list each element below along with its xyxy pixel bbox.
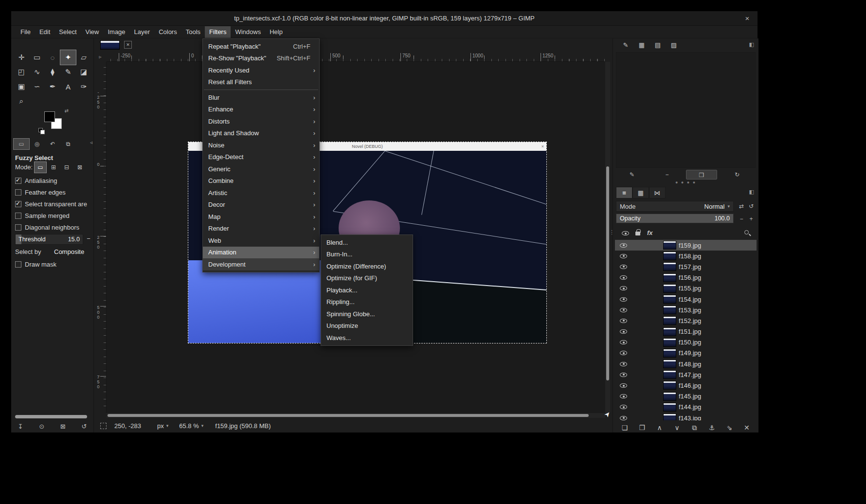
menubar-item[interactable]: Tools [181, 26, 205, 38]
tool-preset-button[interactable]: ↧ [15, 422, 26, 432]
unit-dropdown[interactable]: px ▾ [157, 422, 168, 430]
menu-item[interactable]: Repeat "Playback" Ctrl+F › [203, 40, 319, 53]
menu-item[interactable]: Rippling... [321, 296, 413, 308]
visibility-eye-icon[interactable] [620, 254, 627, 258]
menu-item[interactable]: Waves... [321, 332, 413, 344]
layer-action-button[interactable]: ❐ [636, 422, 648, 432]
tool-button[interactable]: ✎ [60, 65, 76, 79]
tool-button[interactable]: ∿ [29, 65, 45, 79]
foreground-color-swatch[interactable] [44, 111, 55, 122]
layer-action-button[interactable]: ∨ [671, 422, 683, 432]
menu-item[interactable]: Playback... [321, 284, 413, 296]
search-icon[interactable] [744, 230, 749, 234]
tool-button[interactable]: ⧫ [45, 65, 60, 79]
menu-item[interactable]: Generic › [203, 163, 319, 175]
menubar-item[interactable]: Windows [231, 26, 265, 38]
menu-item[interactable]: Blend... [321, 236, 413, 249]
menubar-item[interactable]: Edit [35, 26, 54, 38]
layer-row[interactable]: f146.jpg [615, 380, 757, 391]
dock-corner-icon[interactable]: ◃ [90, 140, 92, 145]
tool-button[interactable]: ⌕ [14, 94, 29, 108]
menu-item[interactable]: Combine › [203, 175, 319, 187]
visibility-eye-icon[interactable] [620, 362, 627, 366]
selection-mode-button[interactable]: ⊠ [74, 162, 86, 173]
draw-mask-checkbox[interactable]: Draw mask [15, 258, 56, 270]
dock-tab[interactable]: ↶ [45, 139, 60, 149]
menubar-item[interactable]: Image [103, 26, 129, 38]
switch-mode-button[interactable]: ⇄ [738, 201, 745, 212]
visibility-eye-icon[interactable] [620, 373, 627, 377]
visibility-eye-icon[interactable] [620, 351, 627, 355]
menubar-item[interactable]: Filters [205, 26, 231, 38]
menu-item[interactable]: Noise › [203, 139, 319, 151]
visibility-eye-icon[interactable] [620, 405, 627, 409]
layer-row[interactable]: f153.jpg [615, 305, 757, 315]
menu-item[interactable]: Optimize (Difference) [321, 260, 413, 272]
visibility-eye-icon[interactable] [620, 319, 627, 323]
menu-item[interactable]: Recently Used › [203, 64, 319, 76]
layer-action-button[interactable]: ✕ [741, 422, 753, 432]
dock-tab[interactable]: ✎ [621, 40, 631, 50]
dock-tab[interactable]: ▨ [669, 40, 679, 50]
visibility-eye-icon[interactable] [620, 416, 627, 420]
tool-button[interactable]: ◰ [14, 65, 29, 79]
dock-corner-icon[interactable]: ◧ [749, 41, 754, 48]
menu-item[interactable]: Decor › [203, 199, 319, 211]
menu-item[interactable]: Render › [203, 223, 319, 235]
menu-item[interactable]: Animation › [203, 247, 319, 259]
refresh-brushes-button[interactable]: ↻ [732, 170, 742, 180]
layer-row[interactable]: f149.jpg [615, 348, 757, 359]
layer-row[interactable]: f148.jpg [615, 359, 757, 369]
vertical-scrollbar-thumb[interactable] [606, 166, 609, 380]
visibility-eye-icon[interactable] [622, 231, 629, 235]
selection-mode-button[interactable]: ▭ [35, 162, 46, 173]
layer-row[interactable]: f143.jpg [615, 413, 757, 420]
selection-mode-button[interactable]: ⊞ [48, 162, 59, 173]
layer-mode-dropdown[interactable]: Mode Normal ▾ [616, 201, 734, 212]
titlebar[interactable]: tp_intersects.xcf-1.0 (RGB color 8-bit n… [11, 11, 758, 26]
layer-action-button[interactable]: ❏ [619, 422, 631, 432]
dock-tab[interactable]: ▭ [14, 139, 29, 149]
visibility-eye-icon[interactable] [620, 394, 627, 398]
selection-mode-button[interactable]: ⊟ [61, 162, 72, 173]
menu-item[interactable]: Reset all Filters › [203, 76, 319, 89]
menu-item[interactable]: Blur › [203, 91, 319, 104]
layer-action-button[interactable]: ⇘ [723, 422, 735, 432]
quick-mask-icon[interactable] [100, 423, 107, 429]
menu-item[interactable]: Unoptimize [321, 320, 413, 332]
visibility-eye-icon[interactable] [620, 383, 627, 388]
menu-item[interactable]: Spinning Globe... [321, 308, 413, 320]
tool-button[interactable]: ◌ [45, 50, 60, 65]
menubar-item[interactable]: Help [265, 26, 287, 38]
menu-item[interactable]: Enhance › [203, 104, 319, 116]
tool-option-checkbox[interactable]: ✓ Antialiasing [15, 175, 93, 186]
layer-row[interactable]: f155.jpg [615, 283, 757, 294]
open-as-image-button[interactable]: ❒ [686, 170, 717, 180]
threshold-slider[interactable]: Threshold 15.0 [15, 234, 83, 245]
layer-action-button[interactable]: ⧉ [688, 422, 700, 432]
dock-tab[interactable]: ▦ [637, 40, 647, 50]
visibility-eye-icon[interactable] [620, 243, 627, 248]
dialog-tab[interactable]: ⋈ [649, 187, 666, 198]
threshold-handle[interactable]: − [85, 234, 92, 245]
layer-row[interactable]: f154.jpg [615, 294, 757, 305]
layer-row[interactable]: f145.jpg [615, 391, 757, 402]
visibility-eye-icon[interactable] [620, 265, 627, 269]
layer-row[interactable]: f159.jpg [615, 240, 757, 251]
tool-option-checkbox[interactable]: ✓ Sample merged [15, 210, 93, 221]
layer-row[interactable]: f158.jpg [615, 251, 757, 261]
menubar-item[interactable]: View [81, 26, 104, 38]
menu-item[interactable]: Light and Shadow › [203, 127, 319, 140]
menubar-item[interactable]: Select [54, 26, 81, 38]
tool-button[interactable]: A [60, 79, 76, 94]
menubar-item[interactable]: Colors [154, 26, 181, 38]
tool-preset-button[interactable]: ⊠ [57, 422, 68, 432]
menu-item[interactable]: Web › [203, 234, 319, 247]
tool-button[interactable]: ✒ [45, 79, 60, 94]
layer-action-button[interactable]: ⚓ [706, 422, 718, 432]
reset-mode-button[interactable]: ↺ [747, 201, 755, 212]
layer-row[interactable]: f157.jpg [615, 261, 757, 272]
layer-row[interactable]: f156.jpg [615, 272, 757, 283]
select-by-dropdown[interactable]: Composite [54, 247, 84, 257]
menu-item[interactable]: › [203, 88, 319, 91]
